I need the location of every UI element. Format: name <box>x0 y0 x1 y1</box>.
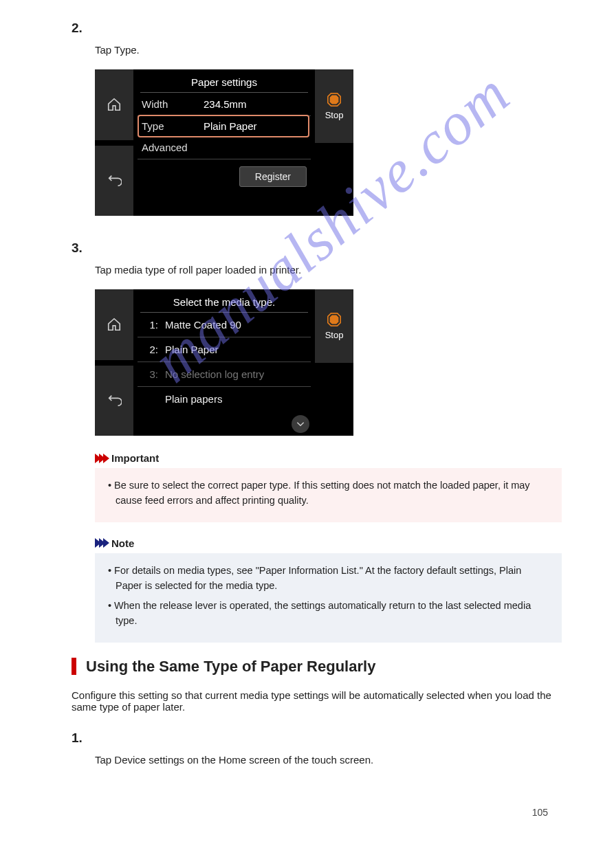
back-icon <box>107 395 122 406</box>
width-value: 234.5mm <box>195 98 307 110</box>
svg-marker-1 <box>330 95 339 104</box>
width-label: Width <box>142 98 195 110</box>
important-box: • Be sure to select the correct paper ty… <box>95 468 562 522</box>
svg-marker-3 <box>330 315 339 324</box>
type-value: Plain Paper <box>195 120 305 132</box>
step1b-number: 1. <box>72 731 562 746</box>
note-text-2: • When the release lever is operated, th… <box>106 598 551 629</box>
stop-label: Stop <box>325 110 344 120</box>
item-label-3: No selection log entry <box>165 368 264 380</box>
red-bar-icon <box>72 658 76 675</box>
stop-icon <box>327 92 342 107</box>
touchscreen-paper-settings: Paper settings Width 234.5mm Type Plain … <box>95 69 353 216</box>
home-icon <box>107 317 122 332</box>
stop-label-2: Stop <box>325 330 344 340</box>
note-heading: Note <box>95 537 562 549</box>
media-item-4[interactable]: Plain papers <box>138 387 311 411</box>
step3-number: 3. <box>72 241 562 256</box>
ts-left-panel <box>95 69 133 216</box>
section-title: Using the Same Type of Paper Regularly <box>86 658 375 676</box>
touchscreen-select-media: Select the media type. 1: Matte Coated 9… <box>95 289 353 436</box>
home-button[interactable] <box>95 69 133 146</box>
advanced-label: Advanced <box>142 142 188 153</box>
page-number: 105 <box>62 807 562 818</box>
scroll-down-button[interactable] <box>292 415 309 433</box>
back-icon <box>107 175 122 186</box>
important-label: Important <box>111 452 159 464</box>
section-body: Configure this setting so that current m… <box>72 689 562 713</box>
stop-button[interactable]: Stop <box>315 69 353 143</box>
important-text-1: • Be sure to select the correct paper ty… <box>106 478 551 509</box>
ts-right-panel-2: Stop <box>315 289 353 436</box>
media-item-1[interactable]: 1: Matte Coated 90 <box>138 313 311 337</box>
register-button[interactable]: Register <box>239 166 307 187</box>
row-width[interactable]: Width 234.5mm <box>138 93 311 116</box>
item-num-3: 3: <box>142 368 158 380</box>
ts-left-panel-2 <box>95 289 133 436</box>
item-label-1: Matte Coated 90 <box>165 319 241 331</box>
back-button[interactable] <box>95 146 133 216</box>
item-label-4: Plain papers <box>165 393 222 405</box>
ts-right-panel: Stop <box>315 69 353 216</box>
media-item-3: 3: No selection log entry <box>138 362 311 387</box>
screen-title: Paper settings <box>138 72 311 92</box>
media-item-2[interactable]: 2: Plain Paper <box>138 337 311 362</box>
home-icon <box>107 97 122 112</box>
item-label-2: Plain Paper <box>165 344 219 355</box>
back-button-2[interactable] <box>95 366 133 436</box>
stop-icon <box>327 312 342 327</box>
note-box: • For details on media types, see "Paper… <box>95 553 562 643</box>
register-wrap: Register <box>138 159 311 191</box>
type-label: Type <box>142 120 195 132</box>
item-num-2: 2: <box>142 344 158 355</box>
row-advanced[interactable]: Advanced <box>138 136 311 159</box>
step2-instruction: Tap Type. <box>95 44 562 56</box>
home-button-2[interactable] <box>95 289 133 366</box>
step1b-instruction: Tap Device settings on the Home screen o… <box>95 754 562 766</box>
ts-right-filler-2 <box>315 363 353 436</box>
item-num-1: 1: <box>142 319 158 331</box>
stop-button-2[interactable]: Stop <box>315 289 353 363</box>
step3-instruction: Tap media type of roll paper loaded in p… <box>95 264 562 276</box>
ts-center-panel-2: Select the media type. 1: Matte Coated 9… <box>133 289 315 436</box>
step2-number: 2. <box>72 21 562 36</box>
chevron-icon <box>103 538 109 548</box>
note-text-1: • For details on media types, see "Paper… <box>106 563 551 594</box>
section-header: Using the Same Type of Paper Regularly <box>72 658 562 676</box>
note-label: Note <box>111 537 134 549</box>
screen-title-2: Select the media type. <box>138 292 311 312</box>
chevron-icon <box>103 454 109 463</box>
ts-right-filler <box>315 143 353 216</box>
row-type[interactable]: Type Plain Paper <box>138 115 309 137</box>
ts-center-panel: Paper settings Width 234.5mm Type Plain … <box>133 69 315 216</box>
important-heading: Important <box>95 452 562 464</box>
chevron-down-icon <box>296 419 305 429</box>
